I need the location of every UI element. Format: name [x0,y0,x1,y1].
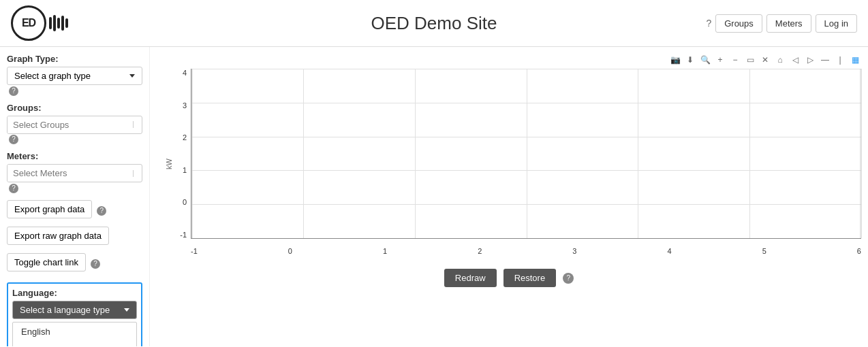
toggle-chart-button[interactable]: Toggle chart link [7,253,86,271]
header: ED OED Demo Site ? Groups Meters Log in [0,0,868,47]
graph-type-caret-icon [129,74,135,78]
y-axis-ticks: 4 3 2 1 0 -1 [170,69,187,239]
groups-input[interactable] [7,116,133,133]
chart-container: kW 4 3 2 1 0 -1 [157,69,861,259]
groups-section: Groups: ? [7,103,142,145]
box-icon[interactable]: ▭ [744,54,756,66]
minus-icon[interactable]: − [729,54,741,66]
y-tick-0: 0 [183,198,187,206]
meters-select-group [7,164,142,182]
restore-button[interactable]: Restore [503,269,557,287]
zoom-in-icon[interactable]: 🔍 [699,54,711,66]
camera-icon[interactable]: 📷 [669,54,681,66]
meters-input[interactable] [7,165,133,182]
grid-v-1 [303,69,304,238]
grid-v-2 [415,69,416,238]
logo-bar-1 [49,17,52,29]
language-option-french[interactable]: Français [13,341,136,346]
range-left-handle[interactable] [191,69,193,238]
x-tick-neg1: -1 [191,247,198,255]
y-tick-4: 4 [183,69,187,77]
login-button[interactable]: Log in [816,14,857,33]
meters-section: Meters: ? [7,151,142,193]
language-caret-icon [124,308,129,312]
v-line-icon[interactable]: | [834,54,846,66]
chart-toolbar: 📷 ⬇ 🔍 + − ▭ ✕ ⌂ ◁ ▷ — | ▦ [157,54,861,66]
chart-plot [191,69,861,239]
grid-v-3 [527,69,527,238]
chart-area: 📷 ⬇ 🔍 + − ▭ ✕ ⌂ ◁ ▷ — | ▦ kW 4 3 2 1 0 [150,47,868,346]
range-right-handle[interactable] [860,69,861,238]
logo-bar-2 [53,15,56,31]
language-options-list: English Français Español [12,322,137,346]
y-axis-label: kW [165,159,173,169]
language-label: Language: [12,288,137,298]
x-tick-6: 6 [857,247,861,255]
graph-type-dropdown[interactable]: Select a graph type [7,67,142,85]
meters-label: Meters: [7,151,142,161]
grid-v-5 [749,69,750,238]
meters-button[interactable]: Meters [766,14,811,33]
logo-circle: ED [11,5,46,41]
language-option-english[interactable]: English [13,323,136,341]
export-graph-button[interactable]: Export graph data [7,200,92,218]
graph-type-label: Graph Type: [7,54,142,64]
meters-help-icon[interactable]: ? [9,184,18,193]
export-section: Export graph data ? Export raw graph dat… [7,200,142,276]
x-tick-1: 1 [383,247,387,255]
x-tick-2: 2 [478,247,482,255]
groups-caret-button[interactable] [133,121,142,128]
language-value: Select a language type [20,305,110,315]
bar-chart-icon[interactable]: ▦ [849,54,861,66]
x-axis-ticks: -1 0 1 2 3 4 5 6 [191,247,861,255]
sidebar: Graph Type: Select a graph type ? Groups… [0,47,150,346]
chart-help-icon[interactable]: ? [563,273,574,284]
grid-v-6 [861,69,862,238]
y-tick-neg1: -1 [180,231,187,239]
export-raw-button[interactable]: Export raw graph data [7,227,109,245]
logo-bars [49,15,68,31]
graph-type-help-icon[interactable]: ? [9,86,18,96]
toggle-chart-help-icon[interactable]: ? [91,259,100,269]
arrow-right-icon[interactable]: ▷ [804,54,816,66]
groups-label: Groups: [7,103,142,113]
redraw-button[interactable]: Redraw [444,269,497,287]
logo-bar-4 [61,16,64,31]
logo-bar-5 [65,18,68,28]
header-help-icon[interactable]: ? [706,18,711,29]
h-line-icon[interactable]: — [819,54,831,66]
x-tick-0: 0 [288,247,292,255]
y-tick-1: 1 [183,166,187,174]
grid-v-4 [638,69,638,238]
y-tick-3: 3 [183,101,187,110]
meters-caret-button[interactable] [133,170,142,177]
x-tick-5: 5 [762,247,766,255]
chart-bottom-controls: Redraw Restore ? [157,269,861,287]
x-tick-4: 4 [668,247,672,255]
home-icon[interactable]: ⌂ [774,54,786,66]
groups-help-icon[interactable]: ? [9,135,18,144]
graph-type-section: Graph Type: Select a graph type ? [7,54,142,96]
plus-icon[interactable]: + [714,54,726,66]
logo: ED [11,5,68,41]
groups-button[interactable]: Groups [715,14,762,33]
logo-bar-3 [57,18,60,29]
graph-type-value: Select a graph type [14,71,91,81]
page-title: OED Demo Site [371,13,497,34]
header-nav: ? Groups Meters Log in [706,14,857,33]
x-tick-3: 3 [572,247,576,255]
groups-select-group [7,116,142,134]
download-icon[interactable]: ⬇ [684,54,696,66]
main-layout: Graph Type: Select a graph type ? Groups… [0,47,868,346]
x-icon[interactable]: ✕ [759,54,771,66]
language-dropdown[interactable]: Select a language type [12,301,137,319]
language-section: Language: Select a language type English… [7,282,142,346]
arrow-left-icon[interactable]: ◁ [789,54,801,66]
y-tick-2: 2 [183,133,187,142]
export-graph-help-icon[interactable]: ? [97,206,106,216]
